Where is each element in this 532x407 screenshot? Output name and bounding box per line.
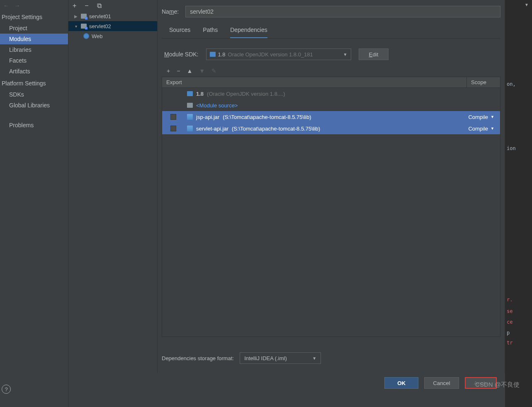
sdk-folder-icon <box>187 91 193 96</box>
export-checkbox[interactable] <box>170 126 176 131</box>
dependency-row-module-source[interactable]: <Module source> <box>162 99 500 111</box>
dependency-toolbar: + − ▲ ▼ ✎ <box>162 68 500 74</box>
dep-path: (S:\Tomcat\apache-tomcat-8.5.75\lib) <box>232 126 320 132</box>
tree-item-label: servlet02 <box>89 23 111 29</box>
tab-dependencies[interactable]: Dependencies <box>230 27 267 38</box>
tree-toolbar: + − ⧉ <box>68 0 157 11</box>
forward-arrow-icon[interactable]: → <box>15 2 20 9</box>
nav-project[interactable]: Project <box>0 23 68 34</box>
code-fragment: on, <box>507 81 516 87</box>
code-fragment: r. <box>507 297 513 303</box>
dependency-table-header: Export Scope <box>162 77 500 88</box>
code-fragment: se <box>507 308 513 314</box>
storage-format-label: Dependencies storage format: <box>162 355 234 361</box>
tree-item-servlet02[interactable]: ▾ servlet02 <box>68 21 157 31</box>
nav-facets[interactable]: Facets <box>0 55 68 66</box>
cancel-button[interactable]: Cancel <box>424 377 459 389</box>
jar-icon <box>187 114 193 120</box>
jar-icon <box>187 126 193 131</box>
platform-settings-heading: Platform Settings <box>0 78 68 89</box>
dep-detail: (Oracle OpenJDK version 1.8....) <box>207 91 285 97</box>
sdk-folder-icon <box>210 52 216 57</box>
code-fragment: p <box>507 330 510 336</box>
module-details-panel: Name: Sources Paths Dependencies Module … <box>158 0 505 373</box>
code-fragment: ce <box>507 319 513 325</box>
tree-item-web[interactable]: Web <box>68 31 157 41</box>
nav-global-libraries[interactable]: Global Libraries <box>0 100 68 111</box>
dep-name: jsp-api.jar <box>196 114 219 120</box>
chevron-down-icon: ▾ <box>73 24 78 29</box>
editor-right-fragment: ▼ on, ion r. se ce p tr <box>505 0 532 407</box>
module-icon <box>81 14 87 19</box>
chevron-down-icon: ▼ <box>343 52 347 57</box>
watermark: CSDN @不良使 <box>475 381 520 389</box>
export-checkbox[interactable] <box>170 114 176 120</box>
module-tabs: Sources Paths Dependencies <box>162 27 500 39</box>
remove-icon[interactable]: − <box>85 2 88 10</box>
edit-dependency-icon[interactable]: ✎ <box>211 68 216 74</box>
dependency-row-sdk[interactable]: 1.8 (Oracle OpenJDK version 1.8....) <box>162 88 500 99</box>
sdk-select[interactable]: 1.8 Oracle OpenJDK version 1.8.0_181 ▼ <box>206 48 351 60</box>
add-icon[interactable]: + <box>73 2 76 10</box>
move-down-icon[interactable]: ▼ <box>199 68 205 74</box>
web-icon <box>83 33 89 39</box>
dialog-footer: OK Cancel Apply <box>158 375 505 391</box>
chevron-down-icon: ▼ <box>312 356 316 361</box>
dependency-table: Export Scope 1.8 (Oracle OpenJDK version… <box>162 77 500 337</box>
tree-item-label: Web <box>92 33 103 39</box>
dep-name: <Module source> <box>196 102 238 109</box>
sdk-detail: Oracle OpenJDK version 1.8.0_181 <box>228 51 313 58</box>
move-up-icon[interactable]: ▲ <box>187 68 192 74</box>
copy-icon[interactable]: ⧉ <box>97 2 102 10</box>
tab-paths[interactable]: Paths <box>203 27 218 38</box>
add-dependency-icon[interactable]: + <box>167 68 170 74</box>
sdk-label: Module SDK: <box>164 51 199 58</box>
project-settings-heading: Project Settings <box>0 11 68 23</box>
dep-path: (S:\Tomcat\apache-tomcat-8.5.75\lib) <box>223 114 311 120</box>
code-fragment: ion <box>507 145 516 151</box>
scope-select[interactable]: Compile ▼ <box>468 114 500 120</box>
tree-item-label: servlet01 <box>89 13 111 19</box>
tree-item-servlet01[interactable]: ▶ servlet01 <box>68 11 157 21</box>
remove-dependency-icon[interactable]: − <box>177 68 180 74</box>
scope-column-header[interactable]: Scope <box>467 77 500 87</box>
nav-libraries[interactable]: Libraries <box>0 44 68 55</box>
storage-format-select[interactable]: IntelliJ IDEA (.iml) ▼ <box>240 352 321 364</box>
chevron-right-icon: ▶ <box>73 14 78 19</box>
nav-artifacts[interactable]: Artifacts <box>0 66 68 77</box>
dep-name: 1.8 <box>196 91 204 97</box>
module-icon <box>81 24 87 29</box>
chevron-down-icon[interactable]: ▼ <box>525 2 529 7</box>
nav-arrows: ← → <box>0 0 68 11</box>
dep-name: servlet-api.jar <box>196 126 228 132</box>
module-name-input[interactable] <box>185 6 500 17</box>
nav-problems[interactable]: Problems <box>0 120 68 131</box>
nav-sdks[interactable]: SDKs <box>0 89 68 100</box>
chevron-down-icon: ▼ <box>491 126 494 131</box>
dependency-row-servlet-api[interactable]: servlet-api.jar (S:\Tomcat\apache-tomcat… <box>162 123 500 134</box>
back-arrow-icon[interactable]: ← <box>3 2 9 9</box>
help-icon[interactable]: ? <box>2 385 11 394</box>
name-label: Name: <box>162 8 179 15</box>
sdk-name: 1.8 <box>218 51 226 58</box>
scope-select[interactable]: Compile ▼ <box>468 126 500 132</box>
folder-icon <box>187 103 193 108</box>
module-tree-panel: + − ⧉ ▶ servlet01 ▾ servlet02 Web <box>68 0 158 373</box>
nav-modules[interactable]: Modules <box>0 34 68 44</box>
tab-sources[interactable]: Sources <box>169 27 190 38</box>
ok-button[interactable]: OK <box>384 377 418 389</box>
export-column-header[interactable]: Export <box>162 77 467 87</box>
code-fragment: tr <box>507 340 513 346</box>
edit-sdk-button[interactable]: Edit <box>359 48 389 60</box>
dependency-row-jsp-api[interactable]: jsp-api.jar (S:\Tomcat\apache-tomcat-8.5… <box>162 111 500 123</box>
settings-sidebar: ← → Project Settings Project Modules Lib… <box>0 0 68 407</box>
chevron-down-icon: ▼ <box>491 115 494 119</box>
